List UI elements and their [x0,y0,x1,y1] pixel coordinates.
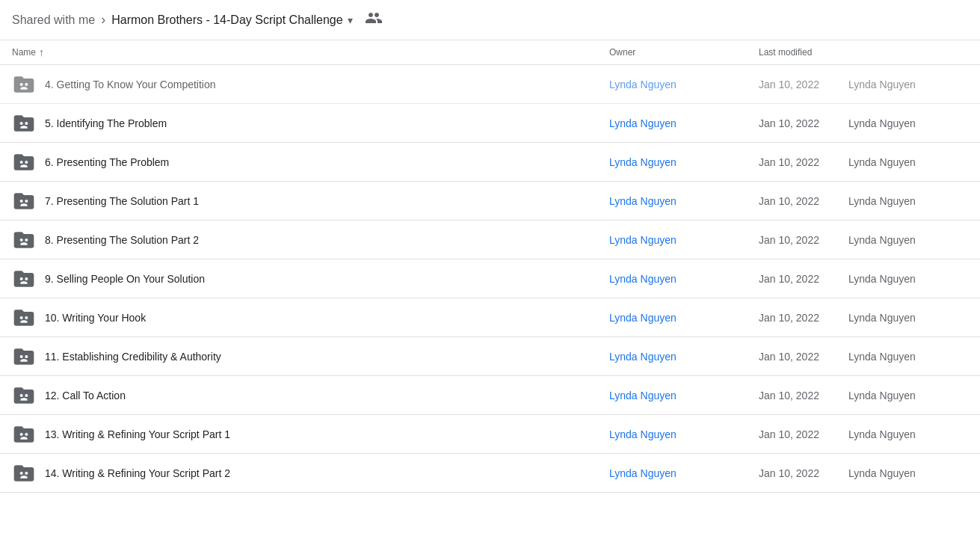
shared-folder-icon [12,73,36,96]
row-name-text: 6. Presenting The Problem [45,156,169,168]
row-name-cell: 5. Identifying The Problem [12,111,609,135]
row-modified-date: Jan 10, 2022 [759,156,848,168]
row-owner[interactable]: Lynda Nguyen [609,390,759,401]
row-modified-date: Jan 10, 2022 [759,117,848,129]
table-row[interactable]: 10. Writing Your Hook Lynda Nguyen Jan 1… [0,298,980,337]
file-table: Name ↑ Owner Last modified 4. Getting To… [0,40,980,493]
row-modified-date: Jan 10, 2022 [759,390,848,401]
row-modified-by: Lynda Nguyen [848,467,968,479]
row-name-cell: 10. Writing Your Hook [12,306,609,330]
row-modified-by: Lynda Nguyen [848,312,968,324]
row-name-text: 5. Identifying The Problem [45,117,167,129]
column-name-header[interactable]: Name ↑ [12,46,609,58]
sort-arrow-icon: ↑ [39,46,44,58]
breadcrumb-separator: › [101,12,105,28]
row-modified-by: Lynda Nguyen [848,273,968,285]
shared-folder-icon [12,345,36,369]
row-name-cell: 8. Presenting The Solution Part 2 [12,228,609,252]
row-name-cell: 11. Establishing Credibility & Authority [12,345,609,369]
table-row[interactable]: 4. Getting To Know Your Competition Lynd… [0,65,980,104]
column-owner-header: Owner [609,47,759,58]
row-name-text: 7. Presenting The Solution Part 1 [45,195,199,207]
table-row[interactable]: 7. Presenting The Solution Part 1 Lynda … [0,182,980,221]
table-row[interactable]: 11. Establishing Credibility & Authority… [0,337,980,376]
table-row[interactable]: 13. Writing & Refining Your Script Part … [0,415,980,454]
row-modified-by: Lynda Nguyen [848,79,968,90]
row-owner[interactable]: Lynda Nguyen [609,234,759,246]
row-name-text: 14. Writing & Refining Your Script Part … [45,467,230,479]
breadcrumb-shared-with-me[interactable]: Shared with me [12,13,95,27]
row-name-cell: 13. Writing & Refining Your Script Part … [12,422,609,446]
table-row[interactable]: 8. Presenting The Solution Part 2 Lynda … [0,221,980,259]
shared-folder-icon [12,306,36,330]
row-modified-by: Lynda Nguyen [848,390,968,401]
row-name-cell: 6. Presenting The Problem [12,150,609,174]
people-icon [365,9,383,31]
breadcrumb-bar: Shared with me › Harmon Brothers - 14-Da… [0,0,980,40]
breadcrumb-current-folder[interactable]: Harmon Brothers - 14-Day Script Challeng… [111,13,352,27]
shared-folder-icon [12,384,36,407]
row-modified-by: Lynda Nguyen [848,156,968,168]
table-header: Name ↑ Owner Last modified [0,40,980,65]
shared-folder-icon [12,267,36,291]
table-row[interactable]: 12. Call To Action Lynda Nguyen Jan 10, … [0,376,980,415]
row-modified-date: Jan 10, 2022 [759,79,848,90]
row-owner[interactable]: Lynda Nguyen [609,467,759,479]
table-row[interactable]: 6. Presenting The Problem Lynda Nguyen J… [0,143,980,182]
row-owner[interactable]: Lynda Nguyen [609,117,759,129]
row-modified-date: Jan 10, 2022 [759,195,848,207]
shared-folder-icon [12,189,36,213]
row-owner[interactable]: Lynda Nguyen [609,273,759,285]
shared-folder-icon [12,422,36,446]
shared-folder-icon [12,228,36,252]
row-name-text: 13. Writing & Refining Your Script Part … [45,428,230,440]
shared-folder-icon [12,150,36,174]
row-modified-by: Lynda Nguyen [848,428,968,440]
table-row[interactable]: 5. Identifying The Problem Lynda Nguyen … [0,104,980,143]
chevron-down-icon: ▾ [348,14,353,26]
row-owner[interactable]: Lynda Nguyen [609,351,759,363]
row-modified-date: Jan 10, 2022 [759,467,848,479]
row-modified-date: Jan 10, 2022 [759,351,848,363]
shared-folder-icon [12,461,36,485]
row-name-text: 12. Call To Action [45,390,126,401]
table-body: 4. Getting To Know Your Competition Lynd… [0,65,980,493]
row-name-cell: 7. Presenting The Solution Part 1 [12,189,609,213]
row-name-text: 11. Establishing Credibility & Authority [45,351,221,363]
row-name-text: 10. Writing Your Hook [45,312,146,324]
table-row[interactable]: 9. Selling People On Your Solution Lynda… [0,259,980,298]
column-modified-header: Last modified [759,47,968,58]
row-modified-date: Jan 10, 2022 [759,312,848,324]
shared-folder-icon [12,111,36,135]
row-owner[interactable]: Lynda Nguyen [609,195,759,207]
table-row[interactable]: 14. Writing & Refining Your Script Part … [0,454,980,493]
row-owner[interactable]: Lynda Nguyen [609,79,759,90]
row-owner[interactable]: Lynda Nguyen [609,312,759,324]
row-name-text: 8. Presenting The Solution Part 2 [45,234,199,246]
row-modified-by: Lynda Nguyen [848,234,968,246]
row-modified-by: Lynda Nguyen [848,195,968,207]
row-modified-by: Lynda Nguyen [848,351,968,363]
row-modified-date: Jan 10, 2022 [759,428,848,440]
row-modified-by: Lynda Nguyen [848,117,968,129]
row-name-cell: 14. Writing & Refining Your Script Part … [12,461,609,485]
row-owner[interactable]: Lynda Nguyen [609,428,759,440]
row-name-text: 4. Getting To Know Your Competition [45,79,216,90]
row-owner[interactable]: Lynda Nguyen [609,156,759,168]
row-modified-date: Jan 10, 2022 [759,234,848,246]
row-name-cell: 4. Getting To Know Your Competition [12,73,609,96]
current-folder-label: Harmon Brothers - 14-Day Script Challeng… [111,13,342,27]
row-name-cell: 12. Call To Action [12,384,609,407]
row-name-text: 9. Selling People On Your Solution [45,273,205,285]
row-modified-date: Jan 10, 2022 [759,273,848,285]
row-name-cell: 9. Selling People On Your Solution [12,267,609,291]
